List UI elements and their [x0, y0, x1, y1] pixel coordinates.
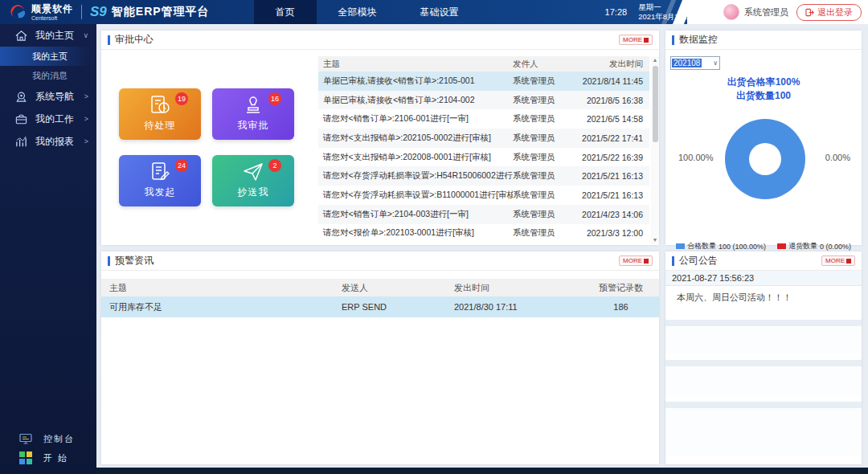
- approval-row[interactable]: 请您对<存货浮动耗损率设置>:H54R15006002进行[审核]系统管理员20…: [318, 166, 649, 186]
- sidebar-item-my-home[interactable]: 我的主页 ∨: [0, 24, 96, 47]
- return-percent-label: 0.00%: [825, 153, 850, 162]
- current-user-name: 系统管理员: [744, 6, 788, 18]
- approval-row[interactable]: 请您对<存货浮动耗损率设置>:B11000001进行[审核]系统管理员2021/…: [318, 186, 649, 205]
- start-squares-icon: [19, 452, 32, 464]
- tile-pending[interactable]: 19 待处理: [119, 88, 201, 140]
- approval-subject: 请您对<支出报销单>:202105-0002进行[审核]: [318, 133, 513, 144]
- announcement-item[interactable]: 2021-08-27 15:56:23 本周六、周日公司活动！！！: [665, 271, 862, 313]
- nav-tab-basic-settings[interactable]: 基础设置: [399, 0, 481, 24]
- nav-tab-all-modules[interactable]: 全部模块: [317, 0, 399, 24]
- chevron-down-icon: ∨: [83, 31, 88, 39]
- brand-name-cn: 顺景软件: [31, 4, 73, 14]
- more-square-icon: [846, 259, 851, 264]
- logout-button[interactable]: 退出登录: [796, 4, 862, 21]
- legend-label: 退货数量: [788, 241, 817, 251]
- donut-ring: [725, 119, 805, 199]
- announcements-more-button[interactable]: MORE: [821, 255, 855, 266]
- legend-item-pass: 合格数量 100 (100.00%): [676, 241, 766, 251]
- console-label: 控制台: [43, 433, 75, 445]
- approval-row[interactable]: 请您对<支出报销单>:202008-0001进行[审核]系统管理员2021/5/…: [318, 148, 649, 167]
- scroll-down-arrow[interactable]: ▼: [651, 236, 659, 244]
- more-label: MORE: [623, 257, 642, 264]
- sidebar-item-my-reports[interactable]: 我的报表 >: [0, 130, 96, 153]
- chevron-down-icon: ∨: [713, 59, 719, 67]
- sidebar-subitem-label: 我的主页: [32, 51, 68, 61]
- logout-exit-icon: [805, 8, 814, 17]
- approval-sender: 系统管理员: [513, 76, 575, 87]
- approval-subject: 请您对<存货浮动耗损率设置>:B11000001进行[审核]: [318, 190, 513, 201]
- approval-row[interactable]: 请您对<销售订单>:2106-001进行[一审]系统管理员2021/6/5 14…: [318, 109, 649, 129]
- approval-sender: 系统管理员: [513, 133, 575, 144]
- navigation-pin-icon: [14, 90, 28, 104]
- approval-sent-time: 2021/6/5 14:58: [575, 114, 649, 124]
- approval-subject: 请您对<报价单>:202103-0001进行[审核]: [318, 227, 513, 239]
- tile-my-approvals[interactable]: 16 我审批: [212, 88, 294, 140]
- announcements-panel: 公司公告 MORE 2021-08-27 15:56:23 本周六、周日公司活动…: [665, 251, 862, 464]
- approval-sent-time: 2021/8/14 11:45: [575, 76, 649, 86]
- main-content: 审批中心 MORE 19: [96, 24, 868, 474]
- approval-rows: 单据已审核,请接收<销售订单>:2105-001系统管理员2021/8/14 1…: [318, 72, 649, 243]
- more-label: MORE: [825, 257, 845, 264]
- approval-sender: 系统管理员: [513, 95, 575, 106]
- alert-sent-time: 2021/8/30 17:11: [454, 302, 583, 312]
- more-square-icon: [644, 38, 649, 43]
- more-label: MORE: [623, 36, 642, 43]
- approval-sent-time: 2021/4/23 14:06: [575, 210, 649, 219]
- approval-more-button[interactable]: MORE: [619, 35, 653, 45]
- alert-sender: ERP SEND: [342, 302, 454, 312]
- sidebar-item-my-work[interactable]: 我的工作 >: [0, 108, 96, 130]
- chevron-right-icon: >: [84, 137, 88, 145]
- scroll-up-arrow[interactable]: ▲: [651, 56, 659, 64]
- period-select[interactable]: 202108 ∨: [670, 56, 720, 70]
- approval-scrollbar[interactable]: ▲ ▼: [651, 56, 659, 244]
- approval-sent-time: 2021/8/5 16:38: [575, 96, 649, 105]
- tile-label: 待处理: [145, 119, 176, 133]
- console-monitor-icon: [19, 432, 32, 445]
- alerts-panel-title: 预警资讯: [108, 254, 154, 268]
- briefcase-icon: [14, 112, 28, 126]
- col-subject: 主题: [318, 59, 513, 70]
- nav-tab-home[interactable]: 首页: [254, 0, 317, 24]
- console-button[interactable]: 控制台: [0, 429, 96, 448]
- user-avatar[interactable]: [723, 4, 739, 20]
- approval-sent-time: 2021/5/22 16:39: [575, 153, 649, 162]
- sidebar-item-system-nav[interactable]: 系统导航 >: [0, 85, 96, 108]
- approval-sender: 系统管理员: [513, 227, 575, 239]
- approval-subject: 请您对<支出报销单>:202008-0001进行[审核]: [318, 152, 513, 163]
- approval-sender: 系统管理员: [513, 190, 575, 201]
- alerts-more-button[interactable]: MORE: [619, 255, 653, 266]
- monitor-panel-title: 数据监控: [672, 33, 718, 47]
- scrollbar-thumb[interactable]: [653, 66, 658, 142]
- donut-chart: 100.00% 0.00%: [665, 109, 862, 230]
- approval-subject: 单据已审核,请接收<销售订单>:2105-001: [318, 76, 513, 87]
- approval-row[interactable]: 请您对<销售订单>:2104-003进行[一审]系统管理员2021/4/23 1…: [318, 205, 649, 224]
- pending-count-badge: 19: [175, 92, 188, 105]
- sidebar-subitem-my-messages[interactable]: 我的消息: [0, 66, 96, 85]
- approval-row[interactable]: 请您对<报价单>:202103-0001进行[审核]系统管理员2021/3/3 …: [318, 224, 649, 243]
- sidebar-footer: 控制台 开 始: [0, 429, 96, 468]
- approval-subject: 请您对<销售订单>:2106-001进行[一审]: [318, 113, 513, 125]
- tile-cc-to-me[interactable]: 2 抄送我: [212, 155, 294, 206]
- approval-row[interactable]: 单据已审核,请接收<销售订单>:2105-001系统管理员2021/8/14 1…: [318, 72, 649, 91]
- approval-subject: 请您对<存货浮动耗损率设置>:H54R15006002进行[审核]: [318, 170, 513, 182]
- alert-record-count: 186: [583, 302, 659, 312]
- legend-swatch-red: [777, 243, 786, 249]
- alert-row[interactable]: 可用库存不足ERP SEND2021/8/30 17:11186: [101, 296, 659, 317]
- sidebar-subitem-my-home[interactable]: 我的主页: [0, 47, 96, 66]
- approval-row[interactable]: 单据已审核,请接收<销售订单>:2104-002系统管理员2021/8/5 16…: [318, 91, 649, 110]
- chart-legend: 合格数量 100 (100.00%) 退货数量 0 (0.00%): [665, 241, 862, 251]
- approval-tiles: 19 待处理 16: [101, 50, 312, 244]
- approval-row[interactable]: 请您对<支出报销单>:202105-0002进行[审核]系统管理员2021/5/…: [318, 129, 649, 148]
- top-navigation: 首页 全部模块 基础设置: [254, 0, 481, 24]
- centersoft-swirl-icon: [8, 2, 27, 22]
- shipment-stats: 出货合格率100% 出货数量100: [665, 76, 862, 103]
- pass-percent-label: 100.00%: [678, 153, 713, 162]
- tile-initiated-by-me[interactable]: 24 我发起: [119, 155, 201, 206]
- announcements-panel-title: 公司公告: [672, 254, 718, 268]
- start-button[interactable]: 开 始: [0, 448, 96, 468]
- pass-rate-text: 出货合格率100%: [665, 76, 862, 89]
- sidebar-item-label: 我的报表: [35, 135, 74, 149]
- pending-doc-clock-icon: [149, 95, 171, 116]
- approval-table: 主题 发件人 发出时间 单据已审核,请接收<销售订单>:2105-001系统管理…: [318, 56, 659, 244]
- brand-name-en: Centersoft: [31, 15, 73, 21]
